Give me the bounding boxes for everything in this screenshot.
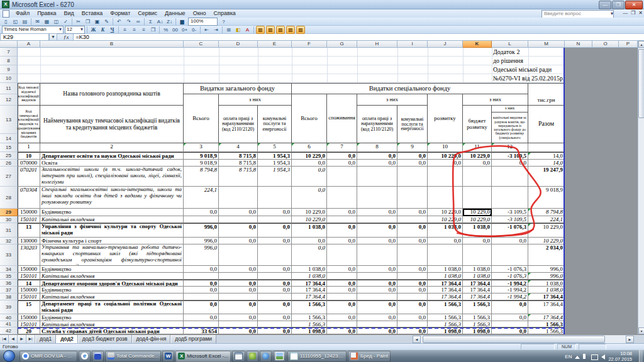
format-painter-button[interactable]: ✎ [103, 18, 111, 25]
header-cell-name-main[interactable]: Назва головного розпорядника коштів [40, 83, 184, 106]
taskbar-button-floppy[interactable] [92, 351, 104, 362]
header-cell-utilities-special[interactable]: комунальні послуги та енергоносії [397, 106, 428, 143]
cell-J26[interactable]: 0,0 [428, 160, 463, 167]
tab-first-icon[interactable]: |◀ [0, 335, 9, 343]
cell-C29[interactable]: 0,0 [184, 209, 219, 216]
cell-M39[interactable]: 17 364,4 [528, 300, 565, 314]
font-size-select[interactable]: 12▾ [65, 26, 85, 34]
cell-M32[interactable]: 10 229,0 [528, 238, 565, 244]
chart-wizard-button[interactable]: ▆ [178, 18, 186, 25]
cell-D25[interactable]: 8 715,8 [219, 152, 258, 160]
scroll-right-icon[interactable]: ▶ [626, 336, 634, 343]
decrease-decimal-button[interactable]: 0- [190, 26, 198, 33]
cell-A38[interactable]: 150101 [18, 293, 40, 300]
paste-button[interactable]: ▣ [93, 18, 101, 25]
cell-J31[interactable]: 1 038,0 [428, 223, 463, 238]
select-all-corner[interactable] [0, 41, 18, 48]
cell-L34[interactable]: -1 076,3 [492, 266, 528, 273]
network-icon[interactable] [591, 354, 598, 360]
cell-E25[interactable]: 1 954,3 [258, 152, 292, 160]
cell-H41[interactable] [357, 321, 397, 327]
align-left-button[interactable]: ≡ [121, 26, 129, 33]
cell-K35[interactable]: 1 038,0 [463, 273, 492, 280]
tab-last-icon[interactable]: ▶| [26, 335, 35, 343]
book-minimize-button[interactable]: — [623, 10, 628, 16]
header-cell-special-fund[interactable]: Видатки спеціального фонду [292, 83, 528, 94]
row-header-42[interactable]: 42 [0, 327, 18, 334]
cell-L39[interactable]: 0,0 [492, 300, 528, 314]
header-cell-general-fund[interactable]: Видатки загального фонду [184, 83, 292, 94]
cell-A37[interactable]: 150000 [18, 287, 40, 293]
cell-E41[interactable] [258, 321, 292, 327]
scroll-up-icon[interactable]: ▲ [638, 41, 644, 48]
cell-E31[interactable]: 0,0 [258, 223, 292, 238]
cell-H40[interactable]: 0,0 [357, 314, 397, 321]
sheet-tab-дод3-бюджет-розв[interactable]: дод3 бюджет розв [78, 335, 132, 343]
cell-B40[interactable]: Будівництво [40, 314, 184, 321]
cell-I33[interactable] [397, 244, 428, 266]
help-button[interactable]: ? [219, 18, 228, 25]
cell-I38[interactable] [397, 293, 428, 300]
cell-I29[interactable]: 0,0 [397, 209, 428, 216]
cell-L26[interactable]: 0,0 [492, 160, 528, 167]
cell-L32[interactable]: 0,0 [492, 238, 528, 244]
column-header-K[interactable]: K [463, 41, 492, 48]
cell-C38[interactable] [184, 293, 219, 300]
cell-M40[interactable]: 17 364,4 [528, 314, 565, 321]
column-header-J[interactable]: J [428, 41, 463, 48]
cell-A26[interactable]: 070000 [18, 160, 40, 167]
cell-I26[interactable]: 0,0 [397, 160, 428, 167]
cell-J25[interactable]: 10 229,0 [428, 152, 463, 160]
column-header-L[interactable]: L [492, 41, 528, 48]
cell-D28[interactable] [219, 187, 258, 209]
cell-D35[interactable] [219, 273, 258, 280]
column-header-G[interactable]: G [327, 41, 357, 48]
cell-B32[interactable]: Фізична культура і спорт [40, 238, 184, 244]
row-header-30[interactable]: 30 [0, 216, 18, 223]
cell-D31[interactable]: 0,0 [219, 223, 258, 238]
cell-F32[interactable]: 0,0 [292, 238, 327, 244]
row-header-34[interactable]: 34 [0, 266, 18, 273]
menu-формат[interactable]: Формат [106, 9, 134, 18]
cell-G40[interactable]: 0,0 [327, 314, 357, 321]
header-cell-dev-budget[interactable]: бюджет розвитку [463, 106, 492, 143]
book-close-button[interactable]: ✕ [638, 10, 643, 16]
cell-I34[interactable]: 0,0 [397, 266, 428, 273]
cell-F41[interactable]: 1 566,3 [292, 321, 327, 327]
sort-descending-button[interactable]: Z↓ [165, 18, 174, 25]
row-header-31[interactable]: 31 [0, 223, 18, 238]
cell-L36[interactable]: -1 994,2 [492, 280, 528, 287]
cell-J39[interactable]: 1 566,3 [428, 300, 463, 314]
cell-J34[interactable]: 1 038,0 [428, 266, 463, 273]
header-cell-salary-special[interactable]: оплата праці з нарахуваннями (код 2110/2… [357, 106, 397, 143]
cell-D40[interactable]: 0,0 [219, 314, 258, 321]
cell-A30[interactable]: 150101 [18, 216, 40, 223]
note-row[interactable] [18, 57, 565, 65]
cell-G41[interactable] [327, 321, 357, 327]
cell-C15[interactable]: 3 [184, 143, 219, 152]
custom-3-button[interactable]: ▩ [276, 26, 285, 34]
horizontal-scroll-thumb[interactable] [423, 336, 605, 343]
title-bar[interactable]: X Microsoft Excel - 6270 — ❐ ✕ [0, 0, 644, 9]
cell-A25[interactable]: 10 [18, 152, 40, 160]
save-button[interactable]: ▤ [21, 18, 29, 25]
cell-J40[interactable]: 1 566,3 [428, 314, 463, 321]
cell-L38[interactable]: -1 994,2 [492, 293, 528, 300]
cell-C26[interactable]: 9 018,9 [184, 160, 219, 167]
row-header-38[interactable]: 38 [0, 293, 18, 300]
column-header-P[interactable]: P [619, 41, 638, 48]
taskbar-button-app-image[interactable] [273, 351, 286, 362]
cell-M41[interactable]: 1 566,3 [528, 321, 565, 327]
cell-E39[interactable]: 0,0 [258, 300, 292, 314]
row-header-27[interactable]: 27 [0, 167, 18, 187]
cell-E38[interactable] [258, 293, 292, 300]
cell-L37[interactable]: -1 994,2 [492, 287, 528, 293]
taskbar-button-total-commander[interactable]: Total Commande... [105, 351, 161, 362]
cell-D39[interactable]: 0,0 [219, 300, 258, 314]
cell-K31[interactable]: 1 038,0 [463, 223, 492, 238]
font-color-button[interactable]: A [243, 26, 252, 33]
cell-D33[interactable] [219, 244, 258, 266]
cell-J35[interactable]: 1 038,0 [428, 273, 463, 280]
cell-C30[interactable] [184, 216, 219, 223]
cell-I36[interactable]: 0,0 [397, 280, 428, 287]
